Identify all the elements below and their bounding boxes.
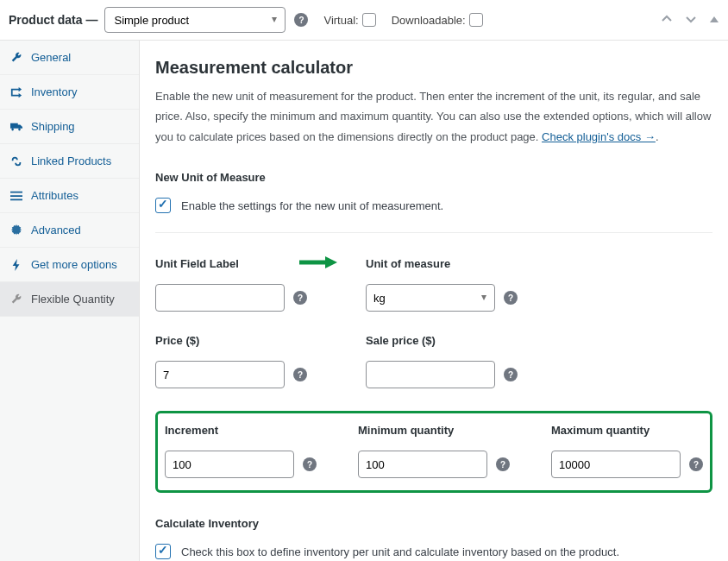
price-input[interactable] <box>155 361 285 388</box>
sidebar-item-label: Inventory <box>31 85 77 98</box>
tab-shipping[interactable]: Shipping <box>0 110 139 144</box>
increment-input[interactable] <box>165 451 294 478</box>
bolt-icon <box>10 259 22 271</box>
sidebar-item-label: Advanced <box>31 224 81 236</box>
tab-linked-products[interactable]: Linked Products <box>0 144 139 179</box>
wrench-icon <box>10 52 22 64</box>
product-type-select[interactable]: Simple product <box>104 7 286 33</box>
tab-advanced[interactable]: Advanced <box>0 213 139 248</box>
chevron-down-icon[interactable] <box>685 13 697 28</box>
calc-inventory-label: Check this box to define inventory per u… <box>181 545 619 558</box>
tab-attributes[interactable]: Attributes <box>0 179 139 213</box>
unit-of-measure-label: Unit of measure <box>366 257 518 270</box>
enable-unit-label: Enable the settings for the new unit of … <box>181 199 443 212</box>
tab-flexible-quantity[interactable]: Flexible Quantity <box>0 282 139 317</box>
virtual-checkbox[interactable] <box>362 13 376 27</box>
min-qty-input[interactable] <box>358 451 487 478</box>
unit-of-measure-select[interactable]: kg <box>366 284 495 312</box>
virtual-label: Virtual: <box>323 14 358 27</box>
tab-get-more-options[interactable]: Get more options <box>0 248 139 282</box>
max-qty-label: Maximum quantity <box>551 424 703 437</box>
downloadable-label: Downloadable: <box>392 14 466 27</box>
help-icon[interactable]: ? <box>496 457 510 471</box>
downloadable-checkbox[interactable] <box>469 13 483 27</box>
enable-unit-checkbox[interactable] <box>155 198 171 213</box>
product-tabs-sidebar: General Inventory Shipping Linked Produc… <box>0 41 140 561</box>
tab-general[interactable]: General <box>0 41 139 75</box>
clipboard-icon <box>10 86 22 98</box>
calc-inventory-title: Calculate Inventory <box>155 517 712 530</box>
docs-link[interactable]: Check plugin's docs → <box>542 130 656 143</box>
unit-field-label-input[interactable] <box>155 284 285 312</box>
tab-inventory[interactable]: Inventory <box>0 75 139 110</box>
list-icon <box>10 190 22 202</box>
page-description: Enable the new unit of measurement for t… <box>155 86 712 147</box>
max-qty-input[interactable] <box>551 451 681 478</box>
sidebar-item-label: Shipping <box>31 120 75 133</box>
unit-field-label-label: Unit Field Label <box>155 257 307 270</box>
help-icon[interactable]: ? <box>303 457 317 471</box>
product-data-title: Product data — <box>9 13 97 27</box>
help-icon[interactable]: ? <box>293 291 307 305</box>
help-icon[interactable]: ? <box>293 368 307 381</box>
chevron-up-icon[interactable] <box>661 13 673 28</box>
arrow-right-icon <box>298 255 339 269</box>
sale-price-label: Sale price ($) <box>366 334 518 347</box>
link-icon <box>10 155 22 167</box>
sale-price-input[interactable] <box>366 361 495 388</box>
gear-icon <box>10 224 22 236</box>
sidebar-item-label: General <box>31 51 71 64</box>
quantity-highlight: Increment ? Minimum quantity ? Maximum q… <box>155 411 712 493</box>
sidebar-item-label: Get more options <box>31 258 117 271</box>
truck-icon <box>10 121 22 133</box>
sidebar-item-label: Linked Products <box>31 154 111 167</box>
sidebar-item-label: Attributes <box>31 189 78 202</box>
price-label: Price ($) <box>155 334 307 347</box>
page-title: Measurement calculator <box>155 58 712 78</box>
sidebar-item-label: Flexible Quantity <box>31 293 115 306</box>
wrench-icon <box>10 293 22 306</box>
calc-inventory-checkbox[interactable] <box>155 544 171 559</box>
collapse-icon[interactable] <box>709 13 719 27</box>
help-icon[interactable]: ? <box>689 457 703 471</box>
increment-label: Increment <box>165 424 317 437</box>
new-unit-title: New Unit of Measure <box>155 171 712 184</box>
min-qty-label: Minimum quantity <box>358 424 510 437</box>
help-icon[interactable]: ? <box>504 291 518 305</box>
help-icon[interactable]: ? <box>294 13 308 27</box>
help-icon[interactable]: ? <box>504 368 518 381</box>
